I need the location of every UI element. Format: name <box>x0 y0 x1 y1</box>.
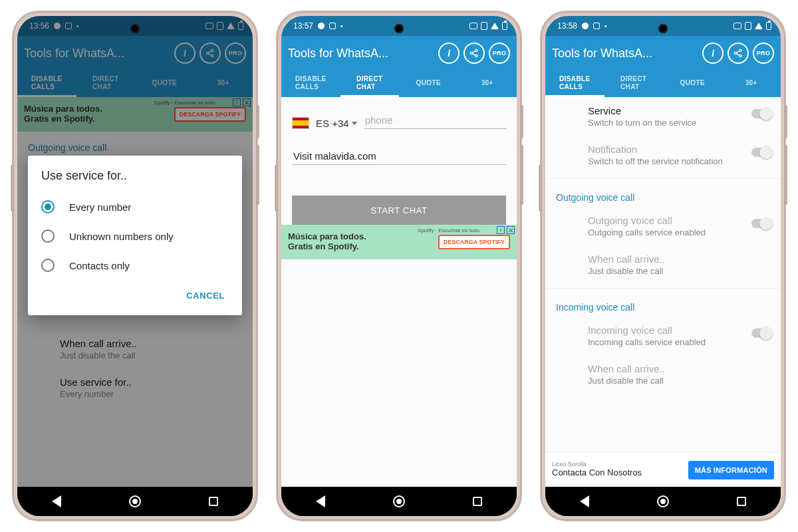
app-notification-icon <box>329 23 336 29</box>
side-button <box>521 105 523 138</box>
list-row-incoming[interactable]: Incoming voice callIncoming calls servic… <box>545 317 716 355</box>
message-input[interactable] <box>292 148 506 165</box>
ad-banner[interactable]: Música para todos.Gratis en Spotify. Spo… <box>281 225 517 259</box>
tab-more[interactable]: 30+ <box>458 70 517 97</box>
toggle-incoming[interactable] <box>751 329 771 338</box>
camera-hole <box>394 24 404 33</box>
back-icon <box>580 495 589 507</box>
svg-line-9 <box>472 54 475 56</box>
side-button <box>539 165 541 211</box>
toggle-service[interactable] <box>751 109 771 118</box>
phone-frame-1: 13:56 • Tools for WhatsA... i <box>12 11 258 521</box>
radio-icon <box>41 229 55 243</box>
svg-line-13 <box>736 51 739 53</box>
ad-cta-button[interactable]: DESCARGA SPOTIFY <box>438 235 510 249</box>
svg-line-14 <box>736 54 739 56</box>
nav-recent-button[interactable] <box>206 494 221 509</box>
navigation-bar <box>281 487 517 516</box>
tab-more[interactable]: 30+ <box>722 70 781 97</box>
nav-home-button[interactable] <box>392 494 406 509</box>
share-icon <box>733 48 743 59</box>
share-icon <box>469 48 479 59</box>
recent-icon <box>209 497 218 506</box>
cast-icon <box>733 23 741 29</box>
dialog-use-service: Use service for.. Every number Unknown n… <box>28 156 242 315</box>
list-row-when-call-out[interactable]: When call arrive..Just disable the call <box>545 245 781 284</box>
info-button[interactable]: i <box>438 43 460 64</box>
home-icon <box>129 495 141 507</box>
dialog-title: Use service for.. <box>41 169 239 183</box>
more-notifications-icon: • <box>604 23 607 30</box>
flag-icon <box>292 117 309 129</box>
camera-hole <box>130 24 140 33</box>
radio-option-contacts[interactable]: Contacts only <box>41 251 239 280</box>
tab-bar: DISABLECALLS DIRECTCHAT QUOTE 30+ <box>281 70 517 97</box>
share-button[interactable] <box>464 43 485 64</box>
phone-frame-3: 13:58 • Tools for WhatsA... i <box>540 11 786 521</box>
section-outgoing: Outgoing voice call <box>545 183 781 207</box>
notification-dot-icon <box>582 23 589 29</box>
cancel-button[interactable]: CANCEL <box>180 285 231 306</box>
share-button[interactable] <box>728 43 749 64</box>
tab-quote[interactable]: QUOTE <box>663 70 722 97</box>
home-icon <box>393 495 405 507</box>
list-row-notification[interactable]: NotificationSwitch to off the service no… <box>545 136 733 174</box>
country-code-dropdown[interactable]: ES +34 <box>316 118 357 129</box>
vibrate-icon <box>745 22 751 30</box>
battery-icon <box>766 22 771 30</box>
tab-disable-calls[interactable]: DISABLECALLS <box>545 70 604 97</box>
tab-bar: DISABLECALLS DIRECTCHAT QUOTE 30+ <box>545 70 781 97</box>
nav-home-button[interactable] <box>656 494 670 509</box>
svg-line-8 <box>472 51 475 53</box>
tab-disable-calls[interactable]: DISABLECALLS <box>281 70 340 97</box>
nav-home-button[interactable] <box>128 494 142 509</box>
radio-option-unknown[interactable]: Unknown numbers only <box>41 221 239 251</box>
side-button <box>275 165 277 211</box>
tab-direct-chat[interactable]: DIRECTCHAT <box>604 70 664 97</box>
side-button <box>785 145 787 205</box>
tab-quote[interactable]: QUOTE <box>399 70 458 97</box>
app-title: Tools for WhatsA... <box>552 47 698 61</box>
vibrate-icon <box>481 22 487 30</box>
radio-option-every[interactable]: Every number <box>41 192 239 221</box>
pro-button[interactable]: PRO <box>753 43 774 64</box>
list-row-outgoing[interactable]: Outgoing voice callOutgoing calls servic… <box>545 207 716 245</box>
list-row-when-call-in[interactable]: When call arrive..Just disable the call <box>545 355 781 394</box>
ad-brand-text: Spotify · Escuchar es todo <box>418 227 479 233</box>
tab-direct-chat[interactable]: DIRECTCHAT <box>340 70 400 97</box>
side-button <box>257 145 259 205</box>
stage: 13:56 • Tools for WhatsA... i <box>0 0 798 532</box>
wifi-icon <box>491 23 499 29</box>
start-chat-button[interactable]: START CHAT <box>292 196 506 225</box>
nav-back-button[interactable] <box>313 494 328 509</box>
list-row-service[interactable]: ServiceSwitch to turn on the service <box>545 97 707 136</box>
ad-close-icon[interactable]: ✕ <box>507 226 515 234</box>
toggle-notification[interactable] <box>751 148 771 157</box>
nav-back-button[interactable] <box>49 494 64 509</box>
status-time: 13:57 <box>293 21 313 31</box>
wifi-icon <box>755 23 763 29</box>
back-icon <box>52 495 61 507</box>
app-notification-icon <box>593 23 600 29</box>
notification-dot-icon <box>318 23 325 29</box>
ad-cta-button[interactable]: MÁS INFORMACIÓN <box>688 461 774 479</box>
home-icon <box>657 495 669 507</box>
radio-icon <box>41 200 55 213</box>
back-icon <box>316 495 325 507</box>
info-button[interactable]: i <box>702 43 724 64</box>
nav-recent-button[interactable] <box>470 494 485 509</box>
ad-info-icon[interactable]: i <box>497 226 505 234</box>
ad-banner[interactable]: Liceo SorollaContacta Con Nosotros MÁS I… <box>545 452 781 487</box>
nav-recent-button[interactable] <box>734 494 749 509</box>
side-button <box>785 105 787 138</box>
camera-hole <box>658 24 668 33</box>
phone-input[interactable] <box>364 112 506 129</box>
cast-icon <box>469 23 477 29</box>
nav-back-button[interactable] <box>577 494 592 509</box>
app-bar: Tools for WhatsA... i PRO <box>281 36 517 70</box>
pro-button[interactable]: PRO <box>489 43 510 64</box>
recent-icon <box>473 497 482 506</box>
side-button <box>257 105 259 138</box>
status-time: 13:58 <box>557 21 577 31</box>
toggle-outgoing[interactable] <box>751 219 771 228</box>
